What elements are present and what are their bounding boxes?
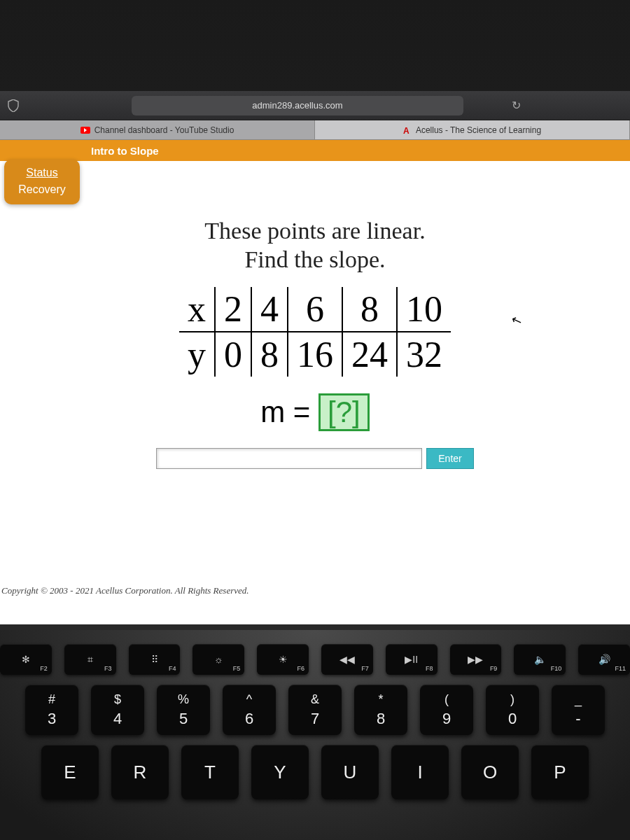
letter-key: T bbox=[181, 745, 239, 799]
function-key: ☼F5 bbox=[192, 644, 244, 675]
key-symbol: * bbox=[378, 692, 383, 707]
key-symbol: _ bbox=[575, 692, 582, 707]
key-number: 5 bbox=[179, 710, 188, 728]
key-number: 6 bbox=[245, 710, 253, 728]
enter-button[interactable]: Enter bbox=[426, 448, 473, 469]
fkey-label: F5 bbox=[233, 665, 241, 672]
problem-prompt: These points are linear. Find the slope. bbox=[28, 217, 602, 274]
letter-key: U bbox=[321, 745, 379, 799]
tab-youtube[interactable]: Channel dashboard - YouTube Studio bbox=[0, 120, 315, 139]
key-symbol: ( bbox=[444, 692, 449, 707]
letter-key: I bbox=[391, 745, 449, 799]
address-bar[interactable]: admin289.acellus.com bbox=[132, 96, 463, 115]
y-val: 24 bbox=[342, 332, 397, 377]
table-row: x 2 4 6 8 10 bbox=[179, 287, 451, 332]
fkey-icon: ⌗ bbox=[88, 654, 93, 666]
function-key: ◀◀F7 bbox=[321, 644, 373, 675]
y-label: y bbox=[179, 332, 215, 377]
number-key: *8 bbox=[354, 685, 407, 735]
lesson-content: These points are linear. Find the slope.… bbox=[0, 161, 630, 581]
function-key: ▶IIF8 bbox=[386, 644, 438, 675]
fkey-icon: 🔊 bbox=[598, 654, 610, 665]
number-key: (9 bbox=[420, 685, 473, 735]
key-symbol: % bbox=[178, 692, 189, 707]
number-key: _- bbox=[552, 685, 605, 735]
number-key: )0 bbox=[486, 685, 539, 735]
fkey-label: F3 bbox=[104, 665, 112, 672]
equation: m = [?] bbox=[28, 393, 602, 431]
badge-line1: Status bbox=[4, 167, 80, 179]
fkey-label: F4 bbox=[169, 665, 176, 672]
key-number: - bbox=[575, 710, 580, 728]
tab-label: Acellus - The Science of Learning bbox=[416, 125, 541, 135]
browser-toolbar: admin289.acellus.com ↻ bbox=[0, 91, 630, 120]
y-val: 16 bbox=[288, 332, 342, 377]
tab-acellus[interactable]: A Acellus - The Science of Learning bbox=[315, 120, 630, 139]
key-symbol: ^ bbox=[246, 692, 252, 707]
fkey-label: F9 bbox=[490, 665, 498, 672]
number-key-row: #3$4%5^6&7*8(9)0_- bbox=[0, 685, 630, 735]
answer-placeholder-box[interactable]: [?] bbox=[318, 393, 370, 431]
key-number: 8 bbox=[377, 710, 385, 728]
number-key: #3 bbox=[25, 685, 78, 735]
x-label: x bbox=[179, 287, 215, 332]
y-val: 0 bbox=[215, 332, 251, 377]
number-key: &7 bbox=[288, 685, 342, 735]
letter-key: Y bbox=[251, 745, 309, 799]
letter-key: R bbox=[111, 745, 169, 799]
key-number: 9 bbox=[442, 710, 451, 728]
key-symbol: & bbox=[311, 692, 319, 707]
key-symbol: $ bbox=[114, 692, 121, 707]
reload-icon[interactable]: ↻ bbox=[505, 99, 526, 112]
fkey-icon: ◀◀ bbox=[340, 654, 355, 665]
key-number: 3 bbox=[48, 710, 56, 728]
fkey-icon: ☀ bbox=[279, 654, 288, 665]
x-val: 6 bbox=[288, 287, 342, 332]
answer-input-row: Enter bbox=[28, 448, 602, 469]
acellus-icon: A bbox=[403, 126, 412, 134]
fkey-icon: ⠿ bbox=[151, 654, 158, 665]
lesson-title-bar: Intro to Slope bbox=[0, 140, 630, 161]
key-symbol: ) bbox=[510, 692, 514, 707]
lesson-title: Intro to Slope bbox=[91, 145, 159, 157]
equation-lhs: m = bbox=[260, 396, 310, 428]
prompt-line2: Find the slope. bbox=[244, 246, 385, 272]
fkey-icon: ▶▶ bbox=[468, 654, 483, 665]
number-key: ^6 bbox=[223, 685, 276, 735]
youtube-icon bbox=[80, 127, 90, 134]
badge-line2: Recovery bbox=[4, 183, 80, 196]
function-key: 🔈F10 bbox=[514, 644, 566, 675]
function-key: 🔊F11 bbox=[578, 644, 630, 675]
letter-key-row: ERTYUIOP bbox=[0, 745, 630, 799]
table-row: y 0 8 16 24 32 bbox=[179, 332, 451, 377]
fkey-icon: 🔈 bbox=[534, 654, 546, 665]
physical-keyboard: ✻F2⌗F3⠿F4☼F5☀F6◀◀F7▶IIF8▶▶F9🔈F10🔊F11 #3$… bbox=[0, 630, 630, 840]
privacy-shield-icon[interactable] bbox=[6, 98, 21, 113]
fkey-icon: ☼ bbox=[214, 654, 223, 665]
tab-label: Channel dashboard - YouTube Studio bbox=[94, 125, 234, 135]
tab-strip: Channel dashboard - YouTube Studio A Ace… bbox=[0, 120, 630, 140]
function-key: ✻F2 bbox=[0, 644, 52, 675]
number-key: $4 bbox=[91, 685, 144, 735]
function-key: ☀F6 bbox=[257, 644, 309, 675]
y-val: 8 bbox=[251, 332, 288, 377]
x-val: 10 bbox=[397, 287, 451, 332]
fkey-label: F7 bbox=[361, 665, 369, 672]
fkey-label: F6 bbox=[297, 665, 304, 672]
x-val: 4 bbox=[251, 287, 288, 332]
fkey-label: F2 bbox=[40, 665, 48, 672]
prompt-line1: These points are linear. bbox=[204, 218, 425, 244]
x-val: 2 bbox=[215, 287, 251, 332]
letter-key: E bbox=[41, 745, 99, 799]
copyright-text: Copyright © 2003 - 2021 Acellus Corporat… bbox=[0, 581, 630, 624]
key-symbol: # bbox=[48, 692, 55, 707]
x-val: 8 bbox=[342, 287, 397, 332]
y-val: 32 bbox=[397, 332, 451, 377]
status-recovery-badge[interactable]: Status Recovery bbox=[4, 160, 80, 204]
fkey-icon: ▶II bbox=[405, 654, 418, 665]
key-number: 7 bbox=[311, 710, 319, 728]
function-key: ⠿F4 bbox=[129, 644, 181, 675]
answer-input[interactable] bbox=[156, 448, 422, 469]
fkey-label: F10 bbox=[551, 665, 562, 672]
letter-key: P bbox=[531, 745, 589, 799]
